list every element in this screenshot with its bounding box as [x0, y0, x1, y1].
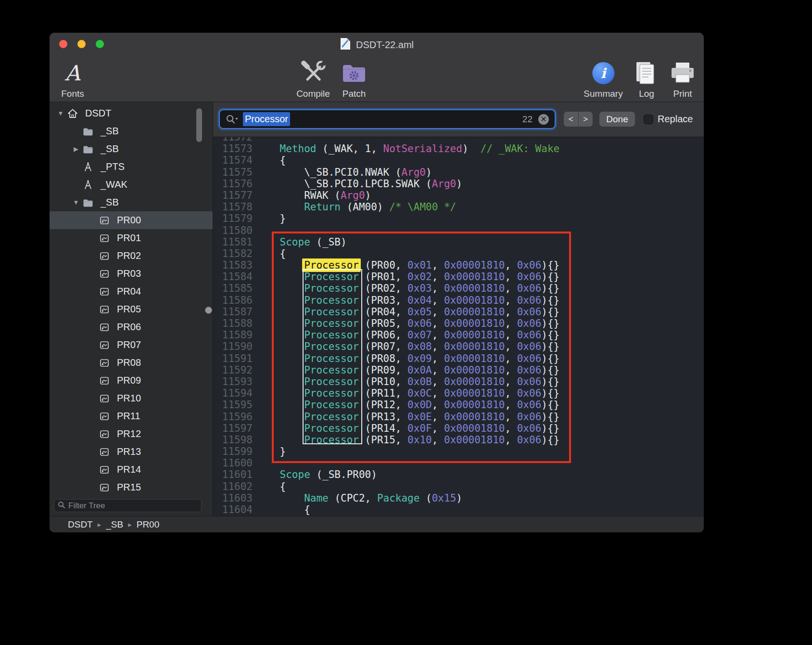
processor-icon	[99, 411, 113, 422]
line-number: 11578	[213, 201, 253, 213]
line-number: 11574	[213, 155, 253, 166]
toolbar: A Fonts Compile	[50, 57, 704, 102]
sidebar-item-pr07[interactable]: PR07	[50, 336, 213, 354]
sidebar-item-pr01[interactable]: PR01	[50, 229, 213, 247]
processor-icon	[99, 232, 113, 244]
info-icon: i	[592, 62, 614, 84]
tree-item-label: PR02	[117, 250, 141, 261]
sidebar-item-pr08[interactable]: PR08	[50, 354, 213, 372]
code-line: 11585 Processor (PR02, 0x03, 0x00001810,…	[213, 283, 704, 294]
tree-item-label: PR04	[117, 286, 141, 297]
sidebar-item-pr04[interactable]: PR04	[50, 283, 213, 300]
patch-button[interactable]: Patch	[342, 58, 367, 99]
line-number: 11583	[213, 259, 253, 271]
compile-button[interactable]: Compile	[296, 58, 330, 99]
tree-item-label: PR03	[117, 268, 141, 279]
tree-item-label: _SB	[101, 197, 119, 208]
sidebar-item-pr05[interactable]: PR05	[50, 300, 213, 318]
line-number: 11579	[213, 213, 253, 224]
zoom-window-button[interactable]	[96, 40, 104, 48]
sidebar-item-pr10[interactable]: PR10	[50, 389, 213, 407]
line-number: 11597	[213, 423, 253, 434]
summary-button[interactable]: i Summary	[584, 58, 622, 99]
title-bar[interactable]: DSDT-22.aml	[50, 33, 704, 57]
code-text: Processor (PR09, 0x0A, 0x00001810, 0x06)…	[253, 364, 559, 376]
code-text: Processor (PR10, 0x0B, 0x00001810, 0x06)…	[253, 376, 559, 387]
filter-tree-input[interactable]	[68, 501, 198, 511]
sidebar-item-pr03[interactable]: PR03	[50, 265, 213, 283]
minimize-window-button[interactable]	[77, 40, 86, 48]
code-line: 11572	[213, 137, 704, 143]
sidebar-item-sb-wak[interactable]: _WAK	[50, 176, 213, 194]
code-line: 11592 Processor (PR09, 0x0A, 0x00001810,…	[213, 364, 704, 376]
code-text: Processor (PR06, 0x07, 0x00001810, 0x06)…	[253, 329, 559, 341]
sidebar-item-pr02[interactable]: PR02	[50, 247, 213, 265]
compile-label: Compile	[296, 89, 330, 99]
sidebar-item-pr12[interactable]: PR12	[50, 425, 213, 443]
method-icon	[82, 179, 97, 191]
sidebar-item-sb-pts[interactable]: _PTS	[50, 158, 213, 176]
search-match: Processor	[304, 364, 359, 376]
code-text: Name (CPC2, Package (0x15)	[253, 492, 462, 504]
clear-search-button[interactable]: ✕	[538, 114, 549, 125]
compile-icon	[299, 58, 327, 89]
breadcrumb-item-dsdt[interactable]: DSDT	[68, 519, 93, 530]
method-icon	[82, 161, 97, 173]
log-pages-icon	[634, 58, 659, 89]
window-title: DSDT-22.aml	[356, 39, 414, 51]
tree-item-label: PR13	[117, 446, 141, 457]
line-number: 11598	[213, 434, 253, 446]
sidebar-item-dsdt[interactable]: ▼DSDT	[50, 104, 213, 122]
breadcrumb-item-pr00[interactable]: PR00	[137, 519, 160, 530]
sidebar-item-sb-sb[interactable]: ▼_SB	[50, 194, 213, 211]
sidebar-item-pr06[interactable]: PR06	[50, 318, 213, 336]
previous-match-button[interactable]: <	[564, 112, 579, 127]
next-match-button[interactable]: >	[579, 112, 593, 127]
replace-checkbox[interactable]	[644, 115, 653, 124]
sidebar-item-pr00[interactable]: PR00	[50, 211, 213, 229]
sidebar-scrollbar-thumb[interactable]	[196, 108, 202, 142]
line-number: 11582	[213, 248, 253, 259]
disclosure-triangle-icon[interactable]: ▶	[70, 145, 82, 153]
tree-item-label: PR12	[117, 428, 141, 439]
sidebar-item-pr11[interactable]: PR11	[50, 407, 213, 425]
fonts-icon: A	[65, 63, 80, 84]
close-window-button[interactable]	[59, 40, 67, 48]
tree-item-label: PR15	[117, 482, 141, 493]
sidebar-item-pr15[interactable]: PR15	[50, 478, 213, 496]
processor-icon	[99, 322, 113, 333]
log-button[interactable]: Log	[634, 58, 659, 99]
processor-icon	[99, 250, 113, 262]
search-input[interactable]: Processor 22 ✕	[219, 109, 556, 129]
line-number: 11588	[213, 318, 253, 329]
done-button[interactable]: Done	[599, 112, 635, 127]
sidebar-item-sb-sb[interactable]: ▶_SB	[50, 140, 213, 158]
print-button[interactable]: Print	[670, 58, 696, 99]
sidebar-item-pr13[interactable]: PR13	[50, 443, 213, 461]
code-text: Processor (PR01, 0x02, 0x00001810, 0x06)…	[253, 271, 559, 283]
code-text: \_SB.PCI0.NWAK (Arg0)	[253, 167, 432, 178]
sidebar-item-pr14[interactable]: PR14	[50, 461, 213, 478]
pane-splitter-handle[interactable]	[205, 307, 212, 314]
breadcrumb-item-sb[interactable]: _SB	[106, 519, 123, 530]
code-line: 11600	[213, 457, 704, 469]
processor-icon	[99, 393, 113, 404]
code-line: 11604 {	[213, 504, 704, 516]
sidebar-item-sb-sb[interactable]: _SB	[50, 122, 213, 140]
line-number: 11592	[213, 364, 253, 376]
code-line: 11603 Name (CPC2, Package (0x15)	[213, 492, 704, 504]
fonts-button[interactable]: A Fonts	[61, 58, 84, 99]
code-text: Return (AM00) /* \AM00 */	[253, 201, 456, 213]
sidebar-item-pr09[interactable]: PR09	[50, 372, 213, 389]
tree-item-label: PR00	[117, 215, 141, 226]
code-line: 11589 Processor (PR06, 0x07, 0x00001810,…	[213, 329, 704, 341]
code-editor[interactable]: 1157211573 Method (_WAK, 1, NotSerialize…	[213, 137, 704, 516]
replace-control: Replace	[644, 112, 693, 127]
disclosure-triangle-icon[interactable]: ▼	[54, 110, 67, 117]
line-number: 11584	[213, 271, 253, 283]
disclosure-triangle-icon[interactable]: ▼	[70, 199, 82, 206]
filter-tree-field[interactable]	[54, 499, 202, 512]
tree-item-label: PR09	[117, 375, 141, 386]
tree-item-label: PR06	[117, 322, 141, 333]
search-menu-icon[interactable]	[226, 114, 239, 125]
